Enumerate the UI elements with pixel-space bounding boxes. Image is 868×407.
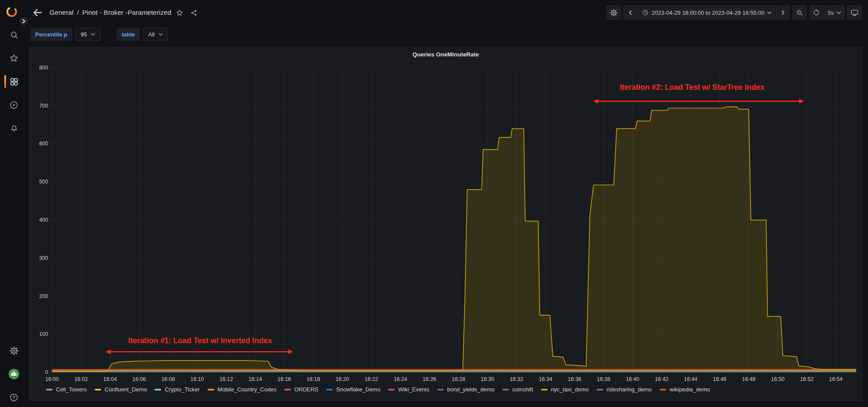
time-range-picker[interactable]: 2023-04-29 16:00:00 to 2023-04-29 16:55:… (638, 6, 776, 20)
sidebar-expand-chevron[interactable] (19, 16, 29, 26)
time-forward-button[interactable] (776, 6, 790, 20)
refresh-controls: 5s (809, 6, 845, 20)
star-dashboard-button[interactable] (173, 7, 186, 19)
legend-item[interactable]: nyc_taxi_demo (541, 386, 589, 393)
x-axis-tick-label: 16:02 (74, 376, 88, 382)
legend-item[interactable]: ORDERS (284, 386, 319, 393)
legend-series-label: Wiki_Events (398, 386, 429, 393)
legend-series-label: Confluent_Demo (105, 386, 147, 393)
dashboard-canvas: Queries OneMinuteRate 010020030040050060… (23, 46, 868, 407)
legend-item[interactable]: Cell_Towers (46, 386, 87, 393)
chevron-right-icon (21, 19, 26, 24)
sidebar-item-plugin[interactable] (0, 364, 23, 384)
x-axis-tick-label: 16:34 (539, 376, 552, 382)
sidebar-item-dashboards[interactable] (0, 72, 23, 91)
refresh-icon (813, 9, 820, 16)
sidebar-item-explore[interactable] (0, 95, 23, 115)
chart-svg: 010020030040050060070080016:0016:0216:04… (33, 61, 858, 384)
x-axis-tick-label: 16:42 (655, 376, 668, 382)
variable-value-percentile-dropdown[interactable]: 95 (76, 28, 100, 41)
annotation-arrowhead-left (594, 99, 598, 104)
x-axis-tick-label: 16:26 (422, 376, 436, 382)
back-arrow-icon (32, 7, 43, 18)
panel-title[interactable]: Queries OneMinuteRate (33, 49, 858, 61)
dashboard-settings-button[interactable] (607, 6, 621, 20)
sidebar: ? (0, 0, 23, 407)
sidebar-item-settings[interactable] (0, 341, 23, 360)
time-controls: 2023-04-29 16:00:00 to 2023-04-29 16:55:… (624, 6, 790, 20)
y-axis-tick-label: 0 (45, 369, 48, 375)
legend-series-dash (326, 389, 333, 391)
refresh-interval-text: 5s (828, 10, 834, 16)
grafana-logo[interactable] (0, 5, 23, 18)
page-title: Pinot - Broker -Parameterized (82, 9, 171, 16)
share-dashboard-button[interactable] (188, 7, 200, 19)
clock-icon (642, 9, 649, 16)
legend-item[interactable]: coinshift (502, 386, 533, 393)
gear-icon (610, 9, 617, 16)
legend-item[interactable]: Crypto_Ticker (155, 386, 199, 393)
compass-icon (9, 100, 19, 110)
help-question-icon: ? (9, 393, 19, 402)
dashboard-header: General / Pinot - Broker -Parameterized (23, 0, 868, 25)
chevron-down-icon (837, 11, 841, 14)
y-axis-tick-label: 800 (39, 65, 48, 71)
time-back-button[interactable] (624, 6, 637, 20)
gear-icon (10, 346, 19, 355)
sidebar-item-alerting[interactable] (0, 119, 23, 138)
x-axis-tick-label: 16:40 (626, 376, 639, 382)
tv-mode-button[interactable] (847, 6, 862, 20)
y-axis-tick-label: 300 (39, 255, 48, 261)
breadcrumb-separator: / (77, 9, 79, 16)
sidebar-item-help[interactable]: ? (0, 388, 23, 407)
star-icon (9, 53, 19, 63)
legend-series-label: ORDERS (294, 386, 319, 393)
legend-series-dash (502, 389, 509, 391)
x-axis-tick-label: 16:30 (481, 376, 494, 382)
legend-item[interactable]: bond_yields_demo (437, 386, 495, 393)
legend-item[interactable]: wikipedia_demo (660, 386, 710, 393)
breadcrumb-root[interactable]: General (50, 9, 73, 16)
annotation-text: Iteration #1: Load Test w/ Inverted Inde… (128, 336, 272, 345)
legend-series-dash (660, 389, 666, 391)
refresh-button[interactable] (809, 6, 823, 20)
x-axis-tick-label: 16:20 (336, 376, 349, 382)
legend-series-dash (541, 389, 548, 391)
sidebar-item-search[interactable] (0, 25, 23, 44)
time-range-text: 2023-04-29 16:00:00 to 2023-04-29 16:55:… (652, 10, 765, 16)
x-axis-tick-label: 16:44 (684, 376, 697, 382)
legend-item[interactable]: Wiki_Events (388, 386, 429, 393)
timeseries-chart: 010020030040050060070080016:0016:0216:04… (33, 61, 858, 384)
annotation-arrowhead-right (799, 99, 804, 104)
refresh-interval-dropdown[interactable]: 5s (824, 6, 845, 20)
chevron-down-icon (158, 33, 163, 36)
legend-series-dash (46, 389, 53, 391)
zoom-out-button[interactable] (792, 6, 807, 20)
legend-item[interactable]: Snowflake_Demo (326, 386, 380, 393)
x-axis-tick-label: 16:54 (829, 376, 842, 382)
annotation-arrowhead-right (288, 349, 293, 354)
variables-row: Percentile p 95 table All (23, 25, 868, 46)
breadcrumb[interactable]: General / Pinot - Broker -Parameterized (50, 9, 172, 16)
x-axis-tick-label: 16:32 (510, 376, 523, 382)
variable-value-table-dropdown[interactable]: All (143, 28, 168, 41)
legend-item[interactable]: Mobile_Country_Codes (208, 386, 277, 393)
timeseries-panel: Queries OneMinuteRate 010020030040050060… (29, 47, 862, 401)
back-button[interactable] (30, 5, 45, 20)
search-icon (10, 30, 19, 39)
y-axis-tick-label: 400 (39, 217, 48, 223)
y-axis-tick-label: 100 (39, 331, 48, 337)
active-indicator (4, 75, 6, 88)
legend-item[interactable]: ridesharing_demo (597, 386, 652, 393)
variable-value-text: All (149, 31, 155, 38)
legend-series-dash (208, 389, 214, 391)
legend-item[interactable]: Confluent_Demo (95, 386, 147, 393)
variable-percentile: Percentile p 95 (30, 28, 100, 41)
sidebar-item-starred[interactable] (0, 49, 23, 68)
x-axis-tick-label: 16:46 (713, 376, 726, 382)
x-axis-tick-label: 16:08 (162, 376, 175, 382)
plugin-green-icon (8, 368, 20, 380)
dashboards-grid-icon (10, 77, 19, 86)
y-axis-tick-label: 500 (39, 179, 48, 185)
x-axis-tick-label: 16:38 (597, 376, 610, 382)
